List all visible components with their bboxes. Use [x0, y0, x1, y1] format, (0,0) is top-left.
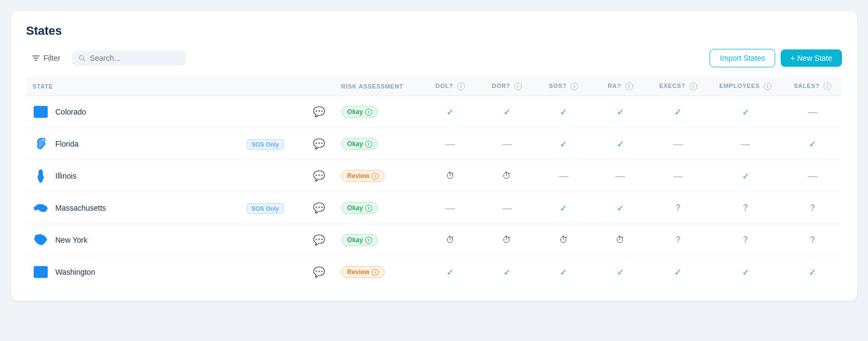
col-header-sos-badge [240, 77, 303, 96]
comment-cell[interactable]: 💬 [303, 96, 335, 128]
ra-cell: ✓ [592, 192, 648, 224]
state-icon-colorado [33, 104, 49, 120]
sales-cell: ? [783, 224, 842, 256]
employees-cell: ✓ [707, 256, 783, 288]
execs-cell: ? [649, 192, 708, 224]
state-name: Massachusetts [55, 204, 106, 212]
dol-info-icon: i [457, 83, 465, 90]
check-icon: ✓ [446, 108, 454, 117]
dor-cell: — [478, 192, 535, 224]
risk-cell: Review i [335, 160, 422, 192]
comment-cell[interactable]: 💬 [303, 224, 335, 256]
dor-cell: ⏱ [478, 224, 535, 256]
col-header-execs: Execs? i [649, 77, 708, 96]
col-header-ra: RA? i [592, 77, 648, 96]
col-header-risk: RISK ASSESSMENT [335, 77, 422, 96]
svg-rect-6 [34, 266, 48, 278]
new-state-button[interactable]: + New State [781, 49, 842, 67]
sos-only-badge: SOS Only [247, 203, 284, 214]
comment-icon[interactable]: 💬 [313, 138, 325, 149]
svg-line-4 [84, 59, 85, 61]
risk-info-icon: i [365, 205, 372, 212]
main-container: States Filter Import States + New [11, 11, 857, 301]
filter-button[interactable]: Filter [26, 50, 66, 66]
sos-only-badge: SOS Only [247, 139, 284, 150]
execs-info-icon: i [690, 83, 697, 90]
execs-cell: ✓ [649, 96, 708, 128]
comment-cell[interactable]: 💬 [303, 160, 335, 192]
comment-icon[interactable]: 💬 [313, 106, 325, 117]
check-icon: ✓ [674, 108, 681, 117]
dor-info-icon: i [514, 83, 522, 90]
check-icon: ✓ [742, 108, 749, 117]
dol-cell: ✓ [422, 96, 478, 128]
table-row[interactable]: Washington 💬 Review i ✓ ✓ ✓ ✓ ✓ ✓ ✓ [26, 256, 842, 288]
dor-cell: — [478, 128, 535, 160]
check-icon: ✓ [503, 108, 510, 117]
sales-cell: ✓ [783, 128, 842, 160]
states-table: STATE RISK ASSESSMENT DoL? i DoR? i SoS?… [26, 77, 842, 288]
employees-cell: ✓ [707, 96, 783, 128]
table-row[interactable]: Florida SOS Only 💬 Okay i — — ✓ ✓ — — ✓ [26, 128, 842, 160]
state-name-cell: Massachusetts [26, 192, 240, 224]
dash-icon: — [808, 171, 818, 181]
sos-col-cell: ⏱ [535, 224, 592, 256]
sos-badge-cell [240, 96, 303, 128]
table-row[interactable]: Colorado 💬 Okay i ✓ ✓ ✓ ✓ ✓ ✓ — [26, 96, 842, 128]
dor-cell: ✓ [478, 96, 535, 128]
question-icon: ? [675, 235, 681, 244]
risk-cell: Okay i [335, 96, 422, 128]
check-icon: ✓ [617, 140, 624, 149]
dash-icon: — [559, 171, 569, 181]
state-name-cell: Florida [26, 128, 240, 160]
check-icon: ✓ [560, 204, 567, 213]
state-name-cell: Colorado [26, 96, 240, 128]
state-icon-washington [33, 264, 49, 280]
col-header-state: STATE [26, 77, 240, 96]
sos-col-cell: ✓ [535, 256, 592, 288]
comment-cell[interactable]: 💬 [303, 256, 335, 288]
comment-icon[interactable]: 💬 [313, 267, 325, 277]
check-icon: ✓ [809, 140, 816, 149]
search-input[interactable] [90, 54, 180, 62]
state-name-cell: Washington [26, 256, 240, 288]
sos-badge-cell: SOS Only [240, 128, 303, 160]
risk-badge-okay: Okay i [341, 138, 378, 150]
clock-icon: ⏱ [616, 235, 624, 244]
state-name: Florida [55, 140, 79, 148]
table-row[interactable]: Massachusetts SOS Only 💬 Okay i — — ✓ ✓ … [26, 192, 842, 224]
check-icon: ✓ [617, 204, 624, 213]
comment-icon[interactable]: 💬 [313, 171, 325, 181]
question-icon: ? [743, 235, 748, 244]
search-box [72, 50, 186, 66]
table-row[interactable]: New York 💬 Okay i ⏱ ⏱ ⏱ ⏱ ? ? ? [26, 224, 842, 256]
filter-icon [31, 54, 40, 62]
comment-icon[interactable]: 💬 [313, 235, 325, 245]
risk-cell: Okay i [335, 224, 422, 256]
execs-cell: — [649, 160, 708, 192]
comment-cell[interactable]: 💬 [303, 128, 335, 160]
ra-cell: — [592, 160, 648, 192]
table-row[interactable]: Illinois 💬 Review i ⏱ ⏱ — — — ✓ — [26, 160, 842, 192]
question-icon: ? [675, 203, 681, 212]
clock-icon: ⏱ [446, 171, 455, 180]
ra-info-icon: i [626, 83, 633, 90]
check-icon: ✓ [560, 140, 567, 149]
comment-cell[interactable]: 💬 [303, 192, 335, 224]
risk-badge-okay: Okay i [341, 106, 378, 118]
state-name: Colorado [55, 108, 86, 116]
risk-cell: Okay i [335, 128, 422, 160]
import-states-button[interactable]: Import States [710, 49, 775, 67]
dash-icon: — [673, 171, 683, 181]
comment-icon[interactable]: 💬 [313, 203, 325, 213]
ra-cell: ⏱ [592, 224, 648, 256]
col-header-comment [303, 77, 335, 96]
dash-icon: — [808, 106, 818, 117]
employees-cell: — [707, 128, 783, 160]
col-header-dor: DoR? i [478, 77, 535, 96]
toolbar-right: Import States + New State [710, 49, 842, 67]
col-header-dol: DoL? i [422, 77, 478, 96]
toolbar-left: Filter [26, 50, 186, 66]
dol-cell: ✓ [422, 256, 478, 288]
question-icon: ? [743, 203, 748, 212]
